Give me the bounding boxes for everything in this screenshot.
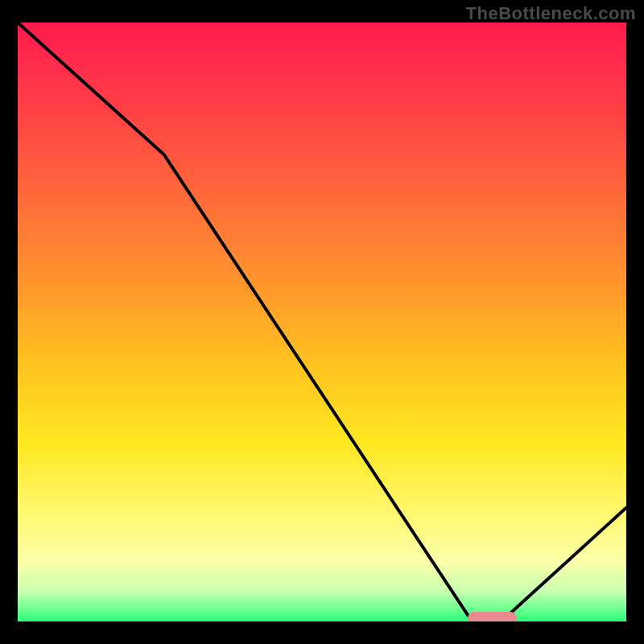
plot-area xyxy=(18,23,626,621)
chart-frame: TheBottleneck.com xyxy=(0,0,644,644)
watermark-text: TheBottleneck.com xyxy=(466,3,636,24)
bottleneck-curve xyxy=(18,23,626,621)
optimum-marker xyxy=(468,612,516,621)
